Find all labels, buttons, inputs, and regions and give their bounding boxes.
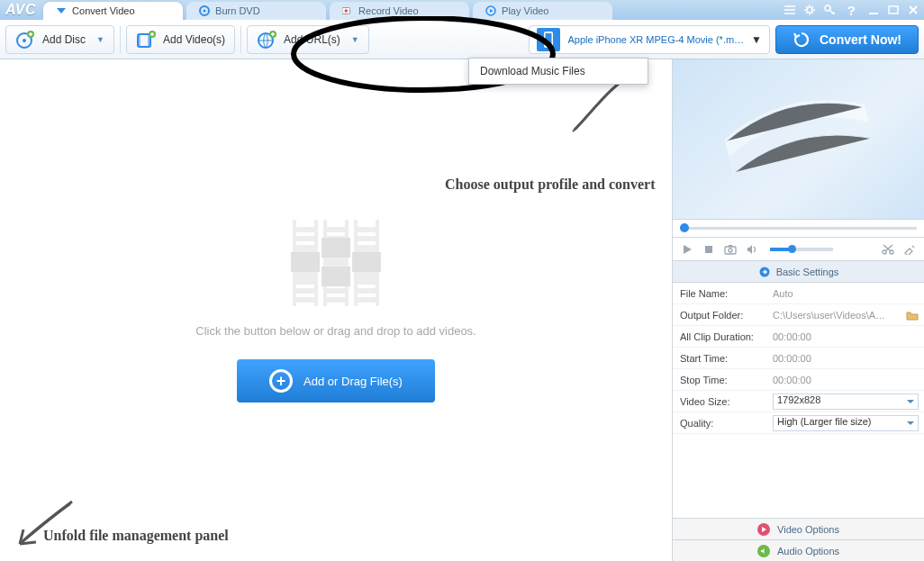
label: Video Size:	[673, 396, 767, 407]
film-plus-icon	[136, 30, 156, 50]
cut-icon[interactable]	[881, 242, 895, 257]
quality-select[interactable]: High (Larger file size)	[773, 415, 919, 431]
row-all-clip-duration: All Clip Duration: 00:00:00	[673, 326, 924, 348]
svg-rect-18	[705, 246, 712, 253]
label: File Name:	[673, 288, 767, 299]
add-videos-label: Add Video(s)	[163, 33, 225, 46]
chevron-down-icon: ▼	[351, 35, 359, 44]
basic-settings-header[interactable]: Basic Settings	[673, 261, 924, 283]
film-roll-icon	[718, 90, 880, 189]
refresh-icon	[793, 31, 811, 49]
tab-label: Play Video	[502, 5, 548, 16]
label: Stop Time:	[673, 375, 767, 385]
add-videos-button[interactable]: Add Video(s)	[126, 25, 235, 54]
add-disc-label: Add Disc	[42, 33, 86, 46]
window-controls: ?	[783, 0, 920, 20]
svg-rect-21	[729, 245, 732, 247]
value[interactable]: Auto	[767, 288, 924, 299]
add-disc-button[interactable]: Add Disc ▼	[5, 25, 114, 54]
globe-plus-icon	[257, 30, 276, 50]
value: C:\Users\user\Videos\A…	[767, 310, 924, 321]
output-profile-label: Apple iPhone XR MPEG-4 Movie (*.m…	[567, 34, 744, 45]
title-bar: AVC Convert Video Burn DVD Record Video …	[0, 0, 924, 20]
play-icon[interactable]	[680, 242, 694, 257]
value[interactable]: 00:00:00	[767, 375, 924, 385]
tab-record-video[interactable]: Record Video	[330, 2, 469, 20]
row-start-time: Start Time: 00:00:00	[673, 348, 924, 369]
svg-point-3	[345, 9, 348, 12]
preview-pane	[673, 59, 924, 220]
label: All Clip Duration:	[673, 331, 767, 342]
svg-rect-19	[725, 247, 736, 254]
record-icon	[342, 5, 353, 16]
row-stop-time: Stop Time: 00:00:00	[673, 369, 924, 391]
close-button[interactable]	[906, 3, 920, 17]
volume-slider[interactable]	[770, 248, 833, 251]
svg-point-1	[204, 10, 206, 13]
add-url-label: Add URL(s)	[284, 33, 340, 46]
output-path[interactable]: C:\Users\user\Videos\A…	[773, 310, 902, 321]
output-profile-button[interactable]: Apple iPhone XR MPEG-4 Movie (*.m… ▼	[529, 25, 770, 54]
audio-options-label: Audio Options	[777, 546, 839, 556]
playback-slider[interactable]	[680, 227, 917, 230]
film-illustration	[282, 218, 390, 308]
drop-hint-text: Click the button below or drag and drop …	[195, 324, 476, 338]
svg-point-17	[548, 45, 549, 47]
tab-burn-dvd[interactable]: Burn DVD	[186, 2, 326, 20]
audio-dot-icon	[757, 545, 770, 557]
video-options-label: Video Options	[777, 524, 839, 535]
tab-label: Convert Video	[72, 5, 135, 16]
tab-play-video[interactable]: Play Video	[473, 2, 612, 20]
audio-options-row[interactable]: Audio Options	[673, 539, 924, 561]
convert-icon	[56, 5, 67, 16]
svg-point-9	[23, 39, 26, 42]
toolbar: Add Disc ▼ Add Video(s) Add URL(s) ▼ App…	[0, 20, 924, 59]
convert-now-label: Convert Now!	[820, 32, 901, 47]
convert-now-button[interactable]: Convert Now!	[775, 25, 919, 54]
svg-rect-7	[889, 6, 898, 14]
tab-convert-video[interactable]: Convert Video	[43, 2, 183, 20]
svg-point-5	[807, 7, 812, 13]
add-url-button[interactable]: Add URL(s) ▼	[247, 25, 369, 54]
phone-profile-icon	[537, 28, 560, 51]
content-area: Click the button below or drag and drop …	[0, 59, 924, 561]
disc-icon	[199, 5, 210, 16]
chevron-down-icon: ▼	[751, 33, 762, 46]
snapshot-icon[interactable]	[723, 242, 738, 257]
row-output-folder: Output Folder: C:\Users\user\Videos\A…	[673, 304, 924, 326]
maximize-button[interactable]	[886, 3, 901, 17]
minimize-button[interactable]	[866, 3, 881, 17]
value: 00:00:00	[767, 331, 924, 342]
video-size-select[interactable]: 1792x828	[773, 394, 919, 410]
tools-icon[interactable]	[902, 242, 917, 257]
tab-label: Burn DVD	[215, 5, 260, 16]
tab-label: Record Video	[358, 5, 418, 16]
row-quality: Quality: High (Larger file size)	[673, 412, 924, 434]
row-video-size: Video Size: 1792x828	[673, 391, 924, 412]
main-panel: Click the button below or drag and drop …	[0, 59, 672, 561]
menu-icon[interactable]	[783, 3, 797, 17]
separator	[120, 26, 121, 53]
add-files-button[interactable]: + Add or Drag File(s)	[237, 359, 435, 403]
basic-settings-table: File Name: Auto Output Folder: C:\Users\…	[673, 283, 924, 434]
volume-icon[interactable]	[745, 242, 759, 257]
folder-icon[interactable]	[906, 310, 919, 321]
playback-slider-row	[673, 220, 924, 238]
key-icon[interactable]	[822, 3, 837, 17]
svg-rect-16	[546, 33, 552, 44]
chevron-down-icon: ▼	[96, 35, 104, 44]
app-logo: AVC	[5, 2, 36, 18]
playback-controls	[673, 238, 924, 261]
disc-plus-icon	[15, 30, 35, 50]
download-music-item[interactable]: Download Music Files	[469, 59, 648, 84]
help-icon[interactable]: ?	[847, 3, 856, 18]
gear-arrow-icon	[758, 266, 771, 278]
svg-point-20	[729, 249, 732, 252]
settings-icon[interactable]	[802, 3, 817, 17]
separator	[240, 26, 241, 53]
value[interactable]: 00:00:00	[767, 353, 924, 364]
stop-icon[interactable]	[702, 242, 716, 257]
play-icon	[485, 5, 496, 16]
basic-settings-label: Basic Settings	[776, 267, 839, 277]
video-options-row[interactable]: Video Options	[673, 518, 924, 539]
